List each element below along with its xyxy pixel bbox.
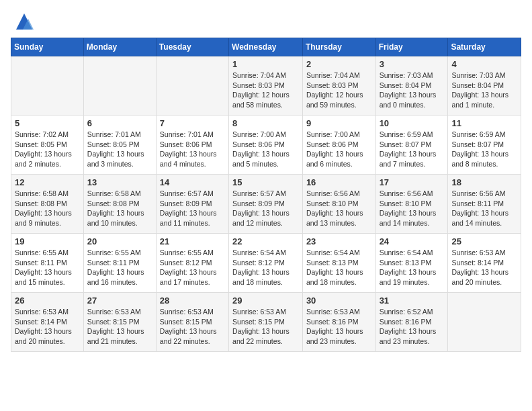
day-cell: 25Sunrise: 6:53 AMSunset: 8:14 PMDayligh… bbox=[448, 234, 521, 293]
day-info: Sunrise: 6:53 AMSunset: 8:15 PMDaylight:… bbox=[87, 307, 152, 347]
day-number: 19 bbox=[15, 236, 80, 246]
header-day-saturday: Saturday bbox=[448, 38, 521, 56]
day-cell: 21Sunrise: 6:55 AMSunset: 8:12 PMDayligh… bbox=[156, 234, 228, 293]
day-info: Sunrise: 6:53 AMSunset: 8:14 PMDaylight:… bbox=[15, 307, 80, 347]
day-cell: 20Sunrise: 6:55 AMSunset: 8:11 PMDayligh… bbox=[83, 234, 156, 293]
day-cell: 7Sunrise: 7:01 AMSunset: 8:06 PMDaylight… bbox=[156, 116, 228, 175]
day-number: 31 bbox=[380, 295, 445, 306]
day-number: 3 bbox=[380, 59, 445, 69]
day-info: Sunrise: 6:54 AMSunset: 8:13 PMDaylight:… bbox=[306, 248, 372, 287]
day-info: Sunrise: 7:03 AMSunset: 8:04 PMDaylight:… bbox=[451, 71, 517, 110]
logo bbox=[11, 11, 35, 32]
day-info: Sunrise: 6:54 AMSunset: 8:13 PMDaylight:… bbox=[380, 248, 445, 287]
day-info: Sunrise: 6:53 AMSunset: 8:15 PMDaylight:… bbox=[232, 307, 299, 347]
day-number: 30 bbox=[306, 295, 372, 306]
day-info: Sunrise: 7:01 AMSunset: 8:05 PMDaylight:… bbox=[87, 130, 152, 169]
day-cell: 26Sunrise: 6:53 AMSunset: 8:14 PMDayligh… bbox=[11, 293, 84, 352]
day-number: 29 bbox=[232, 295, 299, 306]
day-cell: 8Sunrise: 7:00 AMSunset: 8:06 PMDaylight… bbox=[229, 116, 303, 175]
day-cell: 16Sunrise: 6:56 AMSunset: 8:10 PMDayligh… bbox=[302, 175, 375, 234]
header-day-friday: Friday bbox=[375, 38, 448, 56]
day-number: 17 bbox=[380, 177, 445, 187]
header-day-tuesday: Tuesday bbox=[156, 38, 228, 56]
day-number: 5 bbox=[15, 118, 80, 128]
day-cell: 6Sunrise: 7:01 AMSunset: 8:05 PMDaylight… bbox=[83, 116, 156, 175]
week-row-2: 5Sunrise: 7:02 AMSunset: 8:05 PMDaylight… bbox=[11, 116, 521, 175]
day-info: Sunrise: 6:53 AMSunset: 8:14 PMDaylight:… bbox=[451, 248, 517, 287]
day-cell: 24Sunrise: 6:54 AMSunset: 8:13 PMDayligh… bbox=[375, 234, 448, 293]
day-number: 25 bbox=[451, 236, 517, 246]
day-info: Sunrise: 6:56 AMSunset: 8:10 PMDaylight:… bbox=[306, 189, 372, 228]
day-number: 18 bbox=[451, 177, 517, 187]
day-number: 12 bbox=[15, 177, 80, 187]
day-cell bbox=[83, 56, 156, 116]
calendar-header: SundayMondayTuesdayWednesdayThursdayFrid… bbox=[11, 38, 521, 56]
page-header bbox=[11, 11, 521, 32]
day-number: 28 bbox=[160, 295, 225, 306]
day-cell: 11Sunrise: 6:59 AMSunset: 8:07 PMDayligh… bbox=[448, 116, 521, 175]
day-info: Sunrise: 7:00 AMSunset: 8:06 PMDaylight:… bbox=[232, 130, 299, 169]
day-cell: 14Sunrise: 6:57 AMSunset: 8:09 PMDayligh… bbox=[156, 175, 228, 234]
day-info: Sunrise: 7:04 AMSunset: 8:03 PMDaylight:… bbox=[232, 71, 299, 110]
day-cell: 10Sunrise: 6:59 AMSunset: 8:07 PMDayligh… bbox=[375, 116, 448, 175]
day-number: 24 bbox=[380, 236, 445, 246]
day-cell: 23Sunrise: 6:54 AMSunset: 8:13 PMDayligh… bbox=[302, 234, 375, 293]
week-row-3: 12Sunrise: 6:58 AMSunset: 8:08 PMDayligh… bbox=[11, 175, 521, 234]
day-info: Sunrise: 6:57 AMSunset: 8:09 PMDaylight:… bbox=[160, 189, 225, 228]
day-info: Sunrise: 6:59 AMSunset: 8:07 PMDaylight:… bbox=[451, 130, 517, 169]
logo-icon bbox=[13, 11, 35, 32]
day-cell: 12Sunrise: 6:58 AMSunset: 8:08 PMDayligh… bbox=[11, 175, 84, 234]
header-day-wednesday: Wednesday bbox=[229, 38, 303, 56]
calendar-body: 1Sunrise: 7:04 AMSunset: 8:03 PMDaylight… bbox=[11, 56, 521, 352]
day-cell: 19Sunrise: 6:55 AMSunset: 8:11 PMDayligh… bbox=[11, 234, 84, 293]
day-cell: 30Sunrise: 6:53 AMSunset: 8:16 PMDayligh… bbox=[302, 293, 375, 352]
day-number: 8 bbox=[232, 118, 299, 128]
day-info: Sunrise: 6:55 AMSunset: 8:11 PMDaylight:… bbox=[15, 248, 80, 287]
day-number: 11 bbox=[451, 118, 517, 128]
day-number: 27 bbox=[87, 295, 152, 306]
day-info: Sunrise: 6:55 AMSunset: 8:12 PMDaylight:… bbox=[160, 248, 225, 287]
header-day-monday: Monday bbox=[83, 38, 156, 56]
day-info: Sunrise: 6:55 AMSunset: 8:11 PMDaylight:… bbox=[87, 248, 152, 287]
header-day-thursday: Thursday bbox=[302, 38, 375, 56]
day-number: 13 bbox=[87, 177, 152, 187]
day-number: 23 bbox=[306, 236, 372, 246]
day-number: 22 bbox=[232, 236, 299, 246]
day-cell: 5Sunrise: 7:02 AMSunset: 8:05 PMDaylight… bbox=[11, 116, 84, 175]
day-info: Sunrise: 6:52 AMSunset: 8:16 PMDaylight:… bbox=[380, 307, 445, 347]
day-number: 2 bbox=[306, 59, 372, 69]
day-number: 15 bbox=[232, 177, 299, 187]
day-cell: 27Sunrise: 6:53 AMSunset: 8:15 PMDayligh… bbox=[83, 293, 156, 352]
day-cell: 22Sunrise: 6:54 AMSunset: 8:12 PMDayligh… bbox=[229, 234, 303, 293]
day-number: 26 bbox=[15, 295, 80, 306]
day-cell: 1Sunrise: 7:04 AMSunset: 8:03 PMDaylight… bbox=[229, 56, 303, 116]
day-info: Sunrise: 6:58 AMSunset: 8:08 PMDaylight:… bbox=[87, 189, 152, 228]
day-cell: 2Sunrise: 7:04 AMSunset: 8:03 PMDaylight… bbox=[302, 56, 375, 116]
day-info: Sunrise: 6:53 AMSunset: 8:16 PMDaylight:… bbox=[306, 307, 372, 347]
day-info: Sunrise: 7:01 AMSunset: 8:06 PMDaylight:… bbox=[160, 130, 225, 169]
week-row-5: 26Sunrise: 6:53 AMSunset: 8:14 PMDayligh… bbox=[11, 293, 521, 352]
week-row-1: 1Sunrise: 7:04 AMSunset: 8:03 PMDaylight… bbox=[11, 56, 521, 116]
day-number: 20 bbox=[87, 236, 152, 246]
day-info: Sunrise: 6:53 AMSunset: 8:15 PMDaylight:… bbox=[160, 307, 225, 347]
day-cell: 4Sunrise: 7:03 AMSunset: 8:04 PMDaylight… bbox=[448, 56, 521, 116]
day-number: 7 bbox=[160, 118, 225, 128]
calendar-table: SundayMondayTuesdayWednesdayThursdayFrid… bbox=[11, 38, 521, 352]
week-row-4: 19Sunrise: 6:55 AMSunset: 8:11 PMDayligh… bbox=[11, 234, 521, 293]
header-day-sunday: Sunday bbox=[11, 38, 84, 56]
day-info: Sunrise: 6:59 AMSunset: 8:07 PMDaylight:… bbox=[380, 130, 445, 169]
day-info: Sunrise: 7:02 AMSunset: 8:05 PMDaylight:… bbox=[15, 130, 80, 169]
day-number: 21 bbox=[160, 236, 225, 246]
day-number: 4 bbox=[451, 59, 517, 69]
day-cell: 3Sunrise: 7:03 AMSunset: 8:04 PMDaylight… bbox=[375, 56, 448, 116]
day-cell bbox=[11, 56, 84, 116]
day-cell: 13Sunrise: 6:58 AMSunset: 8:08 PMDayligh… bbox=[83, 175, 156, 234]
day-info: Sunrise: 6:56 AMSunset: 8:11 PMDaylight:… bbox=[451, 189, 517, 228]
header-row: SundayMondayTuesdayWednesdayThursdayFrid… bbox=[11, 38, 521, 56]
day-number: 1 bbox=[232, 59, 299, 69]
day-info: Sunrise: 7:03 AMSunset: 8:04 PMDaylight:… bbox=[380, 71, 445, 110]
day-cell bbox=[156, 56, 228, 116]
day-info: Sunrise: 7:00 AMSunset: 8:06 PMDaylight:… bbox=[306, 130, 372, 169]
day-info: Sunrise: 6:54 AMSunset: 8:12 PMDaylight:… bbox=[232, 248, 299, 287]
day-number: 14 bbox=[160, 177, 225, 187]
